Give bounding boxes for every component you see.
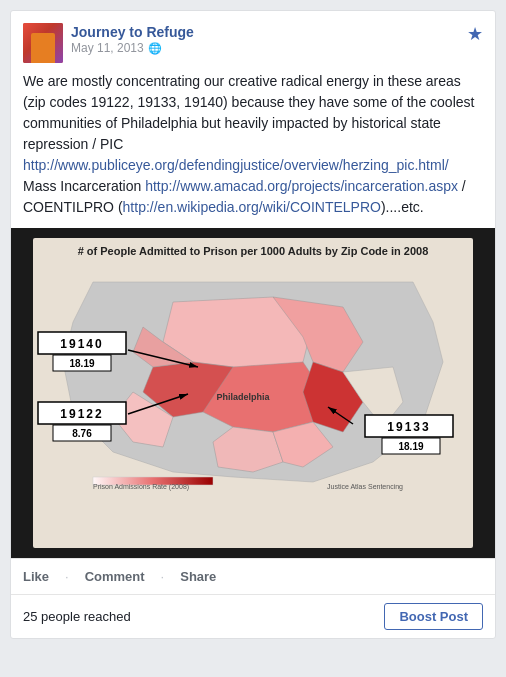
map-svg-area: Philadelphia [33,262,473,492]
map-inner: # of People Admitted to Prison per 1000 … [33,238,473,548]
svg-text:19122: 19122 [60,407,103,421]
svg-text:19140: 19140 [60,337,103,351]
bookmark-icon[interactable]: ★ [467,23,483,45]
comment-button[interactable]: Comment [85,565,145,588]
separator-2: · [161,569,165,584]
map-title: # of People Admitted to Prison per 1000 … [33,238,473,262]
map-container: # of People Admitted to Prison per 1000 … [11,228,495,558]
post-card: Journey to Refuge May 11, 2013 🌐 ★ We ar… [10,10,496,639]
svg-text:18.19: 18.19 [69,358,94,369]
svg-text:19133: 19133 [387,420,430,434]
share-button[interactable]: Share [180,565,216,588]
link-amacad[interactable]: http://www.amacad.org/projects/incarcera… [145,178,458,194]
post-date: May 11, 2013 [71,41,144,55]
avatar[interactable] [23,23,63,63]
post-body: We are mostly concentrating our creative… [11,71,495,228]
svg-text:Justice Atlas Sentencing: Justice Atlas Sentencing [327,483,403,491]
link-cointelpro[interactable]: http://en.wikipedia.org/wiki/COINTELPRO [123,199,381,215]
svg-text:8.76: 8.76 [72,428,92,439]
post-meta: May 11, 2013 🌐 [71,41,194,55]
author-info: Journey to Refuge May 11, 2013 🌐 [71,23,194,55]
actions-bar: Like · Comment · Share [11,558,495,595]
globe-icon: 🌐 [148,42,162,55]
author-name[interactable]: Journey to Refuge [71,23,194,41]
svg-text:Philadelphia: Philadelphia [216,392,270,402]
post-image: # of People Admitted to Prison per 1000 … [11,228,495,558]
map-svg: Philadelphia [33,262,473,492]
boost-button[interactable]: Boost Post [384,603,483,630]
like-button[interactable]: Like [23,565,49,588]
separator-1: · [65,569,69,584]
post-header: Journey to Refuge May 11, 2013 🌐 ★ [11,11,495,71]
card-footer: 25 people reached Boost Post [11,595,495,638]
svg-text:Prison Admissions Rate (2008): Prison Admissions Rate (2008) [93,483,189,491]
reached-text: 25 people reached [23,609,131,624]
svg-text:18.19: 18.19 [398,441,423,452]
link-publiceye[interactable]: http://www.publiceye.org/defendingjustic… [23,157,449,173]
